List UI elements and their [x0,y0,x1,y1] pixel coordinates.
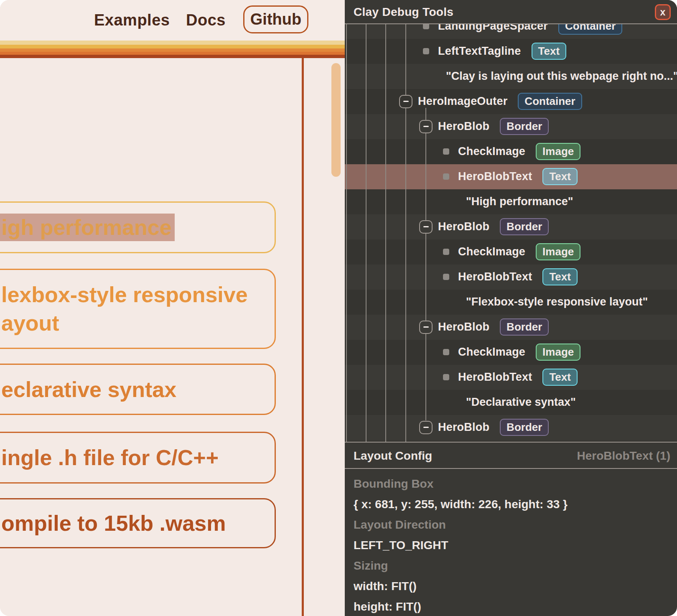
github-button[interactable]: Github [243,5,308,33]
element-name-label: HeroBlob [438,421,489,434]
collapse-button[interactable] [399,95,412,108]
element-name-label: LandingPageSpacer [438,24,548,33]
nav-link-docs[interactable]: Docs [186,11,226,29]
tree-row-lefttexttagline[interactable]: LeftTextTaglineText [345,39,677,64]
tree-row-heroblob[interactable]: HeroBlobBorder [345,114,677,139]
marker-slot [439,245,453,259]
marker-slot [419,45,433,58]
prop-section-label: Bounding Box [354,473,671,494]
feature-card-text: ingle .h file for C/C++ [1,443,275,472]
collapse-button[interactable] [419,220,433,234]
leaf-bullet-icon [423,48,429,54]
element-type-badge: Image [536,243,580,260]
feature-card-text: eclarative syntax [1,375,275,404]
element-name-label: LeftTextTagline [438,45,521,58]
marker-slot [419,24,433,33]
feature-card: igh performance [0,201,276,253]
props-separator [345,468,677,469]
feature-card: eclarative syntax [0,364,276,415]
tree-text-preview-row[interactable]: "Flexbox-style responsive layout" [345,290,677,315]
element-type-badge: Text [532,43,567,60]
leaf-bullet-icon [443,274,449,280]
element-type-badge: Container [558,24,622,35]
debug-panel-title: Clay Debug Tools [354,5,453,19]
tree-row-heroblobtext[interactable]: HeroBlobTextText [345,164,677,189]
tree-row-checkimage[interactable]: CheckImageImage [345,139,677,164]
tree-text-preview-row[interactable]: "Clay is laying out this webpage right n… [345,64,677,89]
close-button[interactable]: x [655,4,671,20]
header-separator [345,23,677,24]
element-name-label: HeroImageOuter [418,95,507,108]
marker-slot [439,270,453,284]
tree-row-heroblob[interactable]: HeroBlobBorder [345,214,677,239]
element-type-badge: Container [518,93,582,110]
tree-row-heroblobtext[interactable]: HeroBlobTextText [345,365,677,390]
layout-config-props: Bounding Box{ x: 681, y: 255, width: 226… [354,473,671,616]
element-name-label: HeroBlobText [458,371,532,384]
element-type-badge: Text [542,369,578,386]
feature-card: ingle .h file for C/C++ [0,432,276,484]
element-type-badge: Border [500,118,549,135]
debug-panel-header: Clay Debug Tools [345,0,677,23]
collapse-button[interactable] [419,421,433,434]
marker-slot [439,145,453,158]
tree-text-preview-row[interactable]: "High performance" [345,189,677,214]
tree-row-checkimage[interactable]: CheckImageImage [345,340,677,365]
prop-value: { x: 681, y: 255, width: 226, height: 33… [354,494,671,514]
layout-config-header: Layout Config HeroBlobText (1) [345,443,677,468]
element-type-badge: Text [542,168,578,185]
prop-section-label: Layout Direction [354,514,671,535]
minus-icon [423,427,429,428]
element-name-label: CheckImage [458,145,525,158]
marker-slot [439,371,453,384]
tree-row-checkimage[interactable]: CheckImageImage [345,239,677,265]
tree-text-preview-row[interactable]: "Declarative syntax" [345,390,677,415]
element-tree: LandingPageSpacerContainerLeftTextTaglin… [345,24,677,442]
element-name-label: CheckImage [458,245,525,258]
element-name-label: HeroBlob [438,120,489,133]
leaf-bullet-icon [443,249,449,255]
tree-row-heroblobtext[interactable]: HeroBlobTextText [345,265,677,290]
text-content-preview: "High performance" [466,195,573,208]
tree-row-heroblob[interactable]: HeroBlobBorder [345,415,677,440]
leaf-bullet-icon [423,24,429,29]
element-name-label: HeroBlob [438,220,489,233]
element-name-label: HeroBlobText [458,170,532,183]
prop-value: height: FIT() [354,596,671,616]
feature-card: ompile to 15kb .wasm [0,498,276,548]
element-type-badge: Border [500,218,549,235]
element-type-badge: Text [542,268,578,285]
element-type-badge: Border [500,318,549,336]
prop-section-label: Sizing [354,555,671,576]
marker-slot [439,170,453,183]
text-content-preview: "Clay is laying out this webpage right n… [446,70,677,83]
feature-card-text: ompile to 15kb .wasm [1,509,275,537]
feature-card-text: igh performance [1,213,275,242]
prop-value: width: FIT() [354,576,671,596]
marker-slot [419,120,433,133]
page-scrollbar-thumb[interactable] [331,63,341,177]
tree-row-heroblob[interactable]: HeroBlobBorder [345,315,677,340]
feature-card: lexbox-style responsiveayout [0,269,276,349]
clay-debug-panel: LandingPageSpacerContainerLeftTextTaglin… [345,0,677,616]
leaf-bullet-icon [443,374,449,380]
leaf-bullet-icon [443,173,449,180]
tree-row-heroimageouter[interactable]: HeroImageOuterContainer [345,89,677,114]
selected-element-label: HeroBlobText (1) [577,449,671,463]
marker-slot [419,220,433,234]
tree-row-landingpagespacer[interactable]: LandingPageSpacerContainer [345,24,677,39]
marker-slot [419,421,433,434]
element-name-label: HeroBlobText [458,270,532,283]
minus-icon [403,101,409,102]
layout-config-title: Layout Config [354,449,432,463]
nav-link-examples[interactable]: Examples [94,11,170,29]
element-type-badge: Border [500,419,549,436]
minus-icon [423,126,429,127]
top-navbar: Examples Docs Github [0,0,345,41]
element-name-label: HeroBlob [438,321,489,333]
prop-value: LEFT_TO_RIGHT [354,535,671,555]
collapse-button[interactable] [419,321,433,334]
marker-slot [439,346,453,359]
minus-icon [423,226,429,227]
collapse-button[interactable] [419,120,433,133]
